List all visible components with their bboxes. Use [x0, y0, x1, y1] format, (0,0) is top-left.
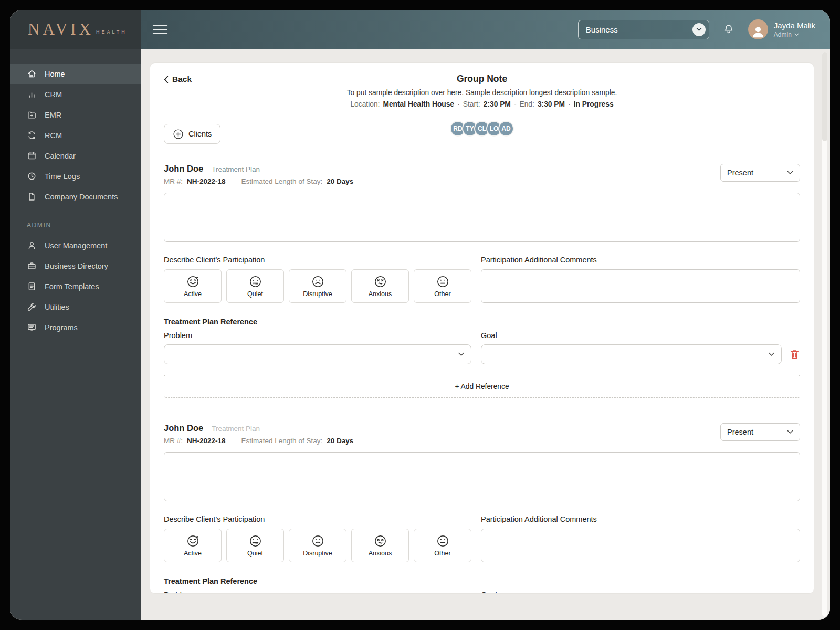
status-badge: In Progress	[574, 100, 614, 108]
start-label: Start:	[463, 100, 480, 108]
end-label: End:	[519, 100, 534, 108]
topbar-right: Business Jayda Malik	[578, 19, 815, 39]
note-meta: Location: Mental Health House · Start: 2…	[164, 100, 800, 108]
sidebar-item-emr[interactable]: EMR	[10, 104, 141, 125]
location-value: Mental Health House	[383, 100, 454, 108]
mood-quiet-button[interactable]: Quiet	[226, 269, 284, 303]
participation-label: Describe Client’s Participation	[164, 256, 471, 264]
scrollbar-thumb[interactable]	[822, 52, 827, 141]
mood-active-button[interactable]: Active	[164, 269, 222, 303]
mood-anxious-button[interactable]: Anxious	[351, 269, 409, 303]
page-title: Group Note	[164, 74, 800, 85]
stay-label: Estimated Length of Stay:	[242, 177, 323, 185]
chevron-down-icon	[768, 352, 775, 356]
sidebar-item-utilities[interactable]: Utilities	[10, 297, 141, 317]
bell-icon[interactable]	[723, 24, 734, 35]
mood-quiet-icon	[248, 275, 262, 289]
client-avatar-chip[interactable]: AD	[498, 121, 514, 136]
mood-other-button[interactable]: Other	[414, 529, 471, 562]
sidebar-item-form-templates[interactable]: Form Templates	[10, 276, 141, 297]
mood-disruptive-button[interactable]: Disruptive	[289, 269, 346, 303]
sync-icon	[27, 130, 37, 140]
add-reference-button[interactable]: + Add Reference	[164, 375, 800, 398]
start-value: 2:30 PM	[484, 100, 511, 108]
mood-disruptive-icon	[311, 534, 325, 548]
presence-select[interactable]: Present	[720, 164, 800, 182]
mood-active-icon	[186, 534, 200, 548]
comments-label: Participation Additional Comments	[481, 256, 800, 264]
sidebar: Home CRM EMR RCM Calendar Time Logs	[10, 49, 141, 620]
calendar-icon	[27, 151, 37, 161]
briefcase-icon	[27, 261, 37, 271]
sidebar-item-home[interactable]: Home	[10, 64, 141, 84]
delete-reference-button[interactable]	[789, 349, 800, 361]
mr-number: NH-2022-18	[187, 177, 226, 185]
sidebar-item-rcm[interactable]: RCM	[10, 125, 141, 145]
mood-anxious-button[interactable]: Anxious	[351, 529, 409, 562]
menu-icon[interactable]	[153, 25, 167, 34]
main-area: Back Group Note To put sample descriptio…	[141, 49, 830, 620]
reference-title: Treatment Plan Reference	[164, 318, 800, 326]
user-icon	[27, 240, 37, 250]
problem-select[interactable]	[164, 344, 471, 364]
sidebar-item-time-logs[interactable]: Time Logs	[10, 166, 141, 186]
sidebar-item-business-directory[interactable]: Business Directory	[10, 256, 141, 276]
user-name: Jayda Malik	[774, 21, 815, 30]
client-section: John Doe Treatment Plan MR #: NH-2022-18…	[164, 164, 800, 398]
bar-chart-icon	[27, 89, 37, 99]
brand-name: NAVIX	[28, 20, 94, 39]
mood-other-button[interactable]: Other	[414, 269, 471, 303]
chevron-left-icon	[164, 76, 169, 83]
home-icon	[27, 69, 37, 79]
presence-select[interactable]: Present	[720, 423, 800, 441]
goal-label: Goal	[481, 591, 800, 594]
sidebar-item-crm[interactable]: CRM	[10, 84, 141, 104]
sidebar-item-calendar[interactable]: Calendar	[10, 145, 141, 166]
sidebar-item-programs[interactable]: Programs	[10, 317, 141, 338]
comments-label: Participation Additional Comments	[481, 515, 800, 523]
mood-active-button[interactable]: Active	[164, 529, 222, 562]
chevron-down-icon[interactable]	[692, 23, 706, 36]
note-description: To put sample description over here. Sam…	[164, 89, 800, 97]
group-note-textarea[interactable]	[164, 193, 800, 242]
sidebar-item-company-documents[interactable]: Company Documents	[10, 186, 141, 207]
programs-icon	[27, 322, 37, 332]
brand-sub: HEALTH	[96, 29, 127, 35]
mood-quiet-button[interactable]: Quiet	[226, 529, 284, 562]
participation-comments-textarea[interactable]	[481, 269, 800, 303]
plus-circle-icon	[173, 129, 184, 140]
chevron-down-icon	[787, 430, 793, 434]
presence-value: Present	[727, 428, 753, 436]
goal-select[interactable]	[481, 344, 782, 364]
presence-value: Present	[727, 169, 753, 177]
sidebar-item-user-management[interactable]: User Management	[10, 235, 141, 256]
problem-label: Problem	[164, 331, 471, 340]
workspace-select[interactable]: Business	[578, 20, 709, 39]
mood-active-icon	[186, 275, 200, 289]
goal-label: Goal	[481, 331, 800, 340]
mood-other-icon	[436, 534, 450, 548]
mr-number: NH-2022-18	[187, 437, 226, 445]
user-menu[interactable]: Jayda Malik Admin	[748, 19, 815, 39]
clock-icon	[27, 171, 37, 181]
treatment-plan-link[interactable]: Treatment Plan	[212, 425, 260, 433]
back-button[interactable]: Back	[164, 75, 192, 84]
client-avatar-group: RD TY CL LO AD	[450, 121, 514, 136]
chevron-down-icon	[458, 352, 465, 356]
participation-comments-textarea[interactable]	[481, 529, 800, 562]
reference-title: Treatment Plan Reference	[164, 577, 800, 585]
treatment-plan-link[interactable]: Treatment Plan	[212, 165, 260, 173]
stay-label: Estimated Length of Stay:	[242, 437, 323, 445]
client-section: John Doe Treatment Plan MR #: NH-2022-18…	[164, 423, 800, 594]
mood-disruptive-button[interactable]: Disruptive	[289, 529, 346, 562]
workspace-value: Business	[586, 25, 618, 34]
wrench-icon	[27, 302, 37, 312]
topbar: NAVIX HEALTH Business	[10, 10, 830, 49]
scrollbar[interactable]	[822, 52, 827, 617]
user-role: Admin	[774, 31, 815, 38]
trash-icon	[789, 349, 800, 361]
add-clients-button[interactable]: Clients	[164, 124, 220, 144]
app-window: NAVIX HEALTH Business	[10, 10, 830, 620]
group-note-textarea[interactable]	[164, 452, 800, 501]
mood-options: Active Quiet Disruptive	[164, 269, 471, 303]
